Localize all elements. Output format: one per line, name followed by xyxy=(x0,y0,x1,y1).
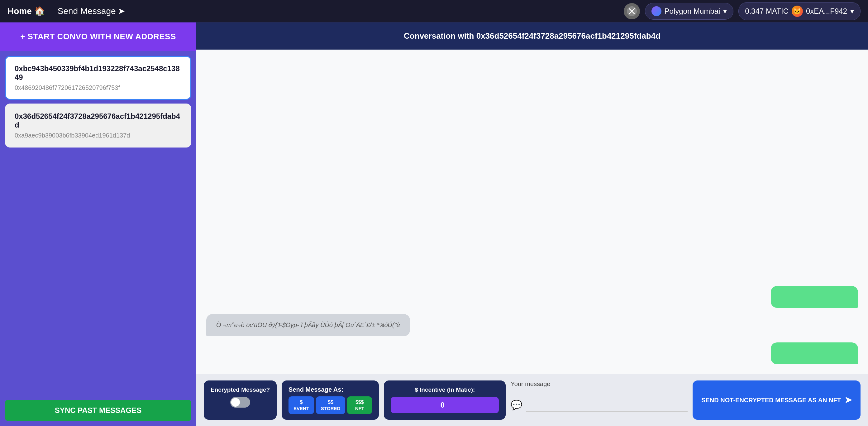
encrypt-section: Encrypted Message? xyxy=(204,380,277,420)
event-price: $ xyxy=(300,399,303,405)
nav-left: Home 🏠 Send Message ➤ xyxy=(7,6,624,16)
nft-price: $$$ xyxy=(355,399,364,405)
compose-area: Encrypted Message? Send Message As: $ EV… xyxy=(196,374,868,426)
main-content: + START CONVO WITH NEW ADDRESS 0xbc943b4… xyxy=(0,23,868,426)
message-input-label: Your message xyxy=(510,380,688,388)
wallet-avatar: 🐱 xyxy=(792,6,803,17)
encrypt-toggle[interactable] xyxy=(230,397,250,407)
sync-past-messages-button[interactable]: SYNC PAST MESSAGES xyxy=(5,400,191,421)
conversation-address-main: 0xbc943b450339bf4b1d193228f743ac2548c138… xyxy=(14,64,182,82)
send-as-nft-button[interactable]: $$$ NFT xyxy=(347,396,372,414)
encrypt-label: Encrypted Message? xyxy=(211,386,270,394)
nft-label: NFT xyxy=(355,406,364,411)
wallet-chevron: ▾ xyxy=(850,7,854,16)
send-arrow-icon: ➤ xyxy=(845,395,852,406)
network-icon xyxy=(651,6,661,16)
notifications-icon[interactable] xyxy=(624,3,640,19)
message-icon: 💬 xyxy=(510,399,522,410)
send-message-label: Send Message xyxy=(58,6,116,16)
conversation-address-sub: 0xa9aec9b39003b6fb33904ed1961d137d xyxy=(14,132,182,139)
event-label: EVENT xyxy=(293,406,309,411)
send-message-nav-item[interactable]: Send Message ➤ xyxy=(58,6,125,16)
home-icon: 🏠 xyxy=(34,6,45,16)
conversation-address-main: 0x36d52654f24f3728a295676acf1b421295fdab… xyxy=(14,112,182,130)
toggle-knob xyxy=(231,398,240,407)
home-nav-item[interactable]: Home 🏠 xyxy=(7,6,45,16)
network-name: Polygon Mumbai xyxy=(664,7,720,16)
received-message: Ò ¬m°e÷ò öc'üÖU ðÿ{'F$Öÿp- Ï þÃåÿ ÙÙó þÃ… xyxy=(206,314,410,336)
incentive-label: $ Incentive (In Matic): xyxy=(391,386,499,394)
send-button-label: SEND NOT-ENCRYPTED MESSAGE AS AN NFT xyxy=(701,396,841,404)
conversation-address-sub: 0x486920486f772061726520796f753f xyxy=(14,84,182,91)
left-panel: + START CONVO WITH NEW ADDRESS 0xbc943b4… xyxy=(0,23,196,426)
sent-message xyxy=(771,342,858,364)
conversation-list: 0xbc943b450339bf4b1d193228f743ac2548c138… xyxy=(0,51,196,395)
message-input-row: 💬 xyxy=(510,390,688,420)
network-selector[interactable]: Polygon Mumbai ▾ xyxy=(645,3,734,20)
conversation-header: Conversation with 0x36d52654f24f3728a295… xyxy=(196,23,868,50)
network-chevron: ▾ xyxy=(723,7,727,16)
send-as-label: Send Message As: xyxy=(288,386,372,393)
wallet-selector[interactable]: 0.347 MATIC 🐱 0xEA...F942 ▾ xyxy=(738,2,861,20)
wallet-balance: 0.347 MATIC xyxy=(745,7,788,16)
conversation-item[interactable]: 0xbc943b450339bf4b1d193228f743ac2548c138… xyxy=(5,56,191,100)
send-as-stored-button[interactable]: $$ STORED xyxy=(316,396,345,414)
send-button[interactable]: SEND NOT-ENCRYPTED MESSAGE AS AN NFT ➤ xyxy=(692,380,861,420)
compose-controls: Encrypted Message? Send Message As: $ EV… xyxy=(204,380,861,420)
start-convo-button[interactable]: + START CONVO WITH NEW ADDRESS xyxy=(0,23,196,51)
nav-right: Polygon Mumbai ▾ 0.347 MATIC 🐱 0xEA...F9… xyxy=(624,2,861,20)
messages-area: Ò ¬m°e÷ò öc'üÖU ðÿ{'F$Öÿp- Ï þÃåÿ ÙÙó þÃ… xyxy=(196,50,868,374)
send-as-section: Send Message As: $ EVENT $$ STORED $$$ N xyxy=(282,380,379,420)
message-spacer xyxy=(206,60,858,280)
message-text-input[interactable] xyxy=(526,398,688,412)
sent-message xyxy=(771,286,858,308)
send-message-icon: ➤ xyxy=(118,6,125,16)
top-navigation: Home 🏠 Send Message ➤ Polygon Mumbai ▾ 0… xyxy=(0,0,868,23)
conversation-item[interactable]: 0x36d52654f24f3728a295676acf1b421295fdab… xyxy=(5,104,191,147)
wallet-address: 0xEA...F942 xyxy=(806,7,847,16)
stored-label: STORED xyxy=(321,406,340,411)
right-panel: Conversation with 0x36d52654f24f3728a295… xyxy=(196,23,868,426)
stored-price: $$ xyxy=(328,399,333,405)
incentive-section: $ Incentive (In Matic): xyxy=(384,380,506,420)
message-input-section: Your message 💬 xyxy=(510,380,688,420)
home-label: Home xyxy=(7,6,32,16)
incentive-input[interactable] xyxy=(391,397,499,413)
send-as-options: $ EVENT $$ STORED $$$ NFT xyxy=(288,396,372,414)
send-as-event-button[interactable]: $ EVENT xyxy=(288,396,314,414)
